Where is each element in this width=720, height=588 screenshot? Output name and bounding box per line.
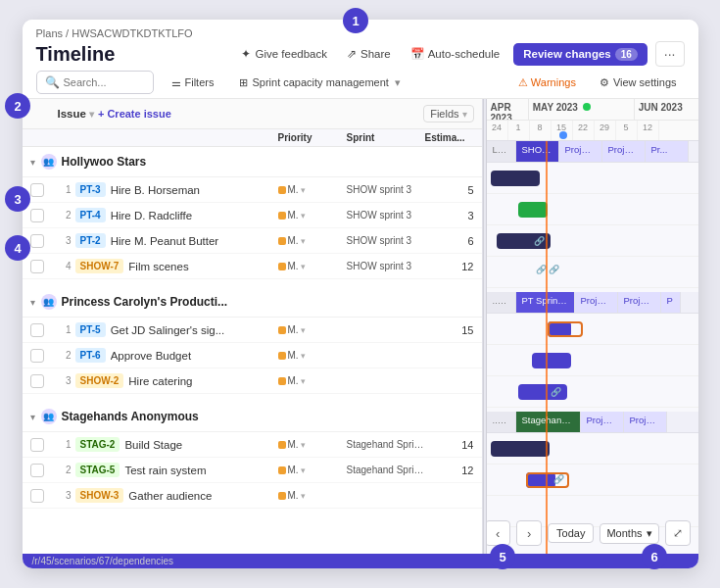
table-row[interactable]: 1 PT-3 Hire B. Horseman M.▾ SHOW sprint … (23, 177, 482, 203)
feedback-button[interactable]: ✦ Give feedback (235, 43, 333, 65)
priority-icon (278, 377, 286, 385)
group-hollywoo[interactable]: ▾ 👥 Hollywoo Stars (23, 147, 482, 177)
issue-col-header: Issue ▾ (58, 108, 94, 120)
fields-button[interactable]: Fields ▾ (423, 105, 473, 122)
gantt-bar-outline (548, 321, 583, 337)
month-may: MAY 2023 (529, 99, 635, 120)
page-title: Timeline (36, 43, 116, 66)
table-row[interactable]: 3 SHOW-2 Hire catering M.▾ (23, 368, 482, 394)
checkbox[interactable] (30, 183, 44, 197)
filter-icon: ⚌ (171, 76, 181, 89)
autoschedule-button[interactable]: 📅 Auto-schedule (405, 43, 506, 65)
warning-icon: ⚠ (518, 76, 528, 89)
priority-icon (278, 492, 286, 500)
warnings-button[interactable]: ⚠ Warnings (510, 73, 584, 93)
gantt-row (487, 345, 698, 376)
feedback-icon: ✦ (241, 47, 251, 61)
today-button[interactable]: Today (548, 523, 594, 543)
priority-icon (278, 237, 286, 245)
issue-tag: PT-4 (75, 208, 106, 222)
column-headers: Priority Sprint Estima... (23, 129, 482, 147)
gantt-row: 🔗 (487, 225, 698, 257)
issue-panel-header: Issue ▾ + Create issue Fields ▾ (23, 99, 482, 129)
more-options-button[interactable]: ··· (655, 41, 685, 67)
issue-tag: SHOW-3 (75, 488, 124, 503)
scroll-left-button[interactable]: ‹ (487, 520, 511, 546)
issue-panel: Issue ▾ + Create issue Fields ▾ (23, 99, 483, 554)
table-row[interactable]: 1 STAG-2 Build Stage M.▾ Stagehand Sprin… (23, 432, 482, 458)
expand-icon: ▾ (30, 297, 35, 308)
table-row[interactable]: 1 PT-5 Get JD Salinger's sig... M.▾ 15 (23, 318, 482, 343)
checkbox[interactable] (30, 349, 44, 363)
checkbox[interactable] (30, 323, 44, 337)
today-line (546, 141, 548, 554)
sprint-labels-group2: ...sprint PT Sprint 1 Projected spr... P… (487, 292, 698, 314)
search-input[interactable] (64, 76, 142, 88)
issue-tag: STAG-2 (75, 437, 120, 452)
share-icon: ⇗ (347, 47, 357, 61)
gantt-bar (491, 171, 540, 186)
checkbox[interactable] (30, 234, 44, 248)
gantt-row: 🔗 (487, 465, 698, 496)
checkbox[interactable] (30, 260, 44, 273)
breadcrumb: Plans / HWSACWDTKDTKTLFO (36, 27, 685, 39)
priority-icon (278, 441, 286, 449)
group-princess[interactable]: ▾ 👥 Princess Carolyn's Producti... (23, 287, 482, 318)
gantt-bar: 🔗 (497, 233, 551, 249)
sprint-capacity-button[interactable]: ⊞ Sprint capacity management (231, 73, 408, 93)
sprint-labels-group1: Last sprint SHOW s... Projected spr... P… (487, 141, 698, 163)
issue-tag: PT-3 (75, 182, 106, 197)
checkbox[interactable] (30, 374, 44, 388)
expand-button[interactable]: ⤢ (665, 520, 691, 546)
table-row[interactable]: 2 PT-6 Approve Budget M.▾ (23, 343, 482, 368)
issue-tag: SHOW-7 (75, 259, 124, 273)
gantt-bar (518, 202, 548, 218)
gantt-bar-outline: 🔗 (526, 472, 569, 488)
checkbox[interactable] (30, 489, 44, 503)
expand-icon: ▾ (30, 157, 35, 168)
priority-icon (278, 326, 286, 334)
months-select[interactable]: Months ▾ (600, 523, 658, 544)
checkbox[interactable] (30, 464, 44, 477)
review-changes-button[interactable]: Review changes 16 (513, 43, 648, 66)
issue-tag: PT-2 (75, 233, 106, 248)
checkbox[interactable] (30, 209, 44, 222)
gantt-row: 🔗 🔗 (487, 257, 698, 288)
status-bar: /r/45/scenarios/67/dependencies (23, 554, 698, 568)
view-settings-button[interactable]: ⚙ View settings (592, 73, 685, 93)
priority-icon (278, 212, 286, 220)
header-actions: ✦ Give feedback ⇗ Share 📅 Auto-schedule … (235, 41, 684, 67)
gantt-row (487, 163, 698, 194)
gantt-bar (532, 353, 571, 368)
table-row[interactable]: 4 SHOW-7 Film scenes M.▾ SHOW sprint 3 1… (23, 254, 482, 279)
gantt-controls: ‹ › Today Months ▾ ⤢ (487, 520, 691, 546)
gantt-bar: 🔗 (518, 384, 567, 400)
checkbox[interactable] (30, 438, 44, 452)
month-apr: APR 2023 (487, 99, 529, 120)
table-row[interactable]: 3 SHOW-3 Gather audience M.▾ (23, 483, 482, 509)
create-issue-button[interactable]: + Create issue (98, 108, 171, 120)
issue-tag: STAG-5 (75, 463, 120, 477)
gantt-row (487, 433, 698, 465)
group-icon: 👥 (41, 154, 57, 170)
settings-icon: ⚙ (600, 76, 609, 89)
search-icon: 🔍 (45, 75, 60, 89)
share-button[interactable]: ⇗ Share (341, 43, 397, 65)
table-row[interactable]: 3 PT-2 Hire M. Peanut Butter M.▾ SHOW sp… (23, 228, 482, 254)
gantt-row (487, 314, 698, 345)
table-row[interactable]: 2 PT-4 Hire D. Radcliffe M.▾ SHOW sprint… (23, 203, 482, 228)
scroll-right-button[interactable]: › (516, 520, 542, 546)
group-stagehands[interactable]: ▾ 👥 Stagehands Anonymous (23, 402, 482, 432)
priority-icon (278, 186, 286, 194)
issue-tag: SHOW-2 (75, 373, 124, 388)
expand-icon: ▾ (30, 412, 35, 422)
search-box[interactable]: 🔍 (36, 71, 154, 94)
main-content: Issue ▾ + Create issue Fields ▾ (23, 99, 698, 554)
chevron-down-icon: ▾ (647, 527, 652, 540)
sprint-labels-group3: ...t sprint Stagehand S... Projected spr… (487, 412, 698, 433)
table-row[interactable]: 2 STAG-5 Test rain system M.▾ Stagehand … (23, 458, 482, 483)
header: Plans / HWSACWDTKDTKTLFO Timeline ✦ Give… (23, 20, 698, 99)
group-icon: 👥 (41, 409, 57, 424)
filters-button[interactable]: ⚌ Filters (164, 73, 222, 93)
gantt-bar (491, 441, 550, 457)
